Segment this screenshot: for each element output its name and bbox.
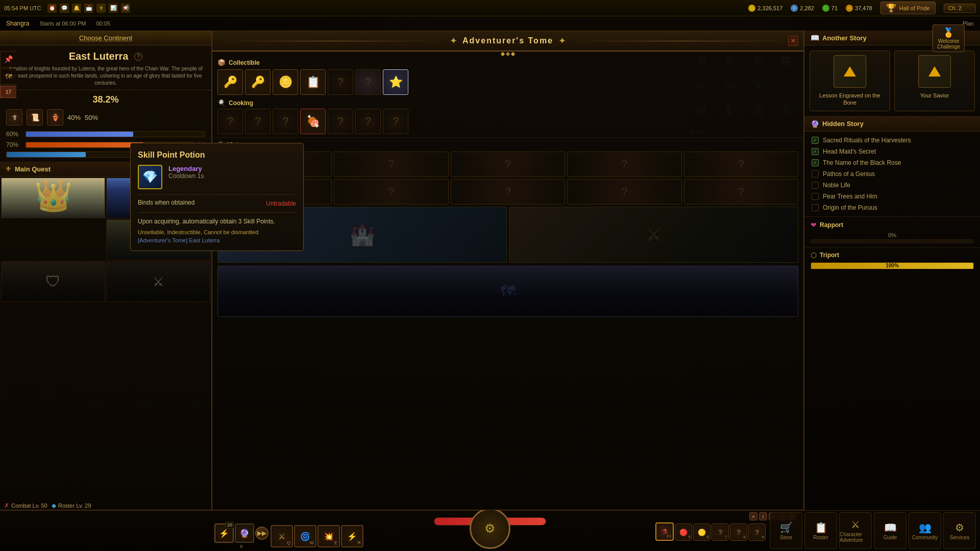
- cooking-slot-1[interactable]: ?: [217, 109, 243, 134]
- nav-services[interactable]: ⚙ Services: [943, 512, 976, 549]
- w-hotkey: W: [310, 540, 314, 545]
- cooking-slot-7[interactable]: ?: [383, 109, 408, 134]
- nav-store[interactable]: 🛒 Store: [770, 512, 802, 549]
- cooking-slot-4[interactable]: 🍖: [300, 109, 326, 134]
- collectible-slot-7[interactable]: ⭐: [383, 69, 408, 95]
- story-check-3: [812, 170, 819, 178]
- cooking-slot-2[interactable]: ?: [245, 109, 271, 134]
- welcome-challenge-badge[interactable]: 🏅 Welcome Challenge: [933, 24, 965, 52]
- nav-guide[interactable]: 📖 Guide: [874, 512, 906, 549]
- skill-num-5[interactable]: 🔴 5: [675, 523, 692, 541]
- tooltip-binds: Binds when obtained: [138, 199, 194, 206]
- hall-label: Hall of Pride: [899, 5, 930, 11]
- vista-slot-10[interactable]: ?: [684, 179, 798, 205]
- arrow-next[interactable]: ▶▶: [255, 527, 268, 540]
- skill-w[interactable]: 🌀 W: [294, 525, 316, 547]
- story-item-text-6: Origin of the Puruus: [823, 204, 877, 211]
- another-story-icon: 📖: [811, 34, 819, 42]
- skill-r[interactable]: ⚡ R: [341, 525, 363, 547]
- skill-num-8[interactable]: ? 8: [730, 523, 747, 541]
- collectible-slot-5[interactable]: ?: [328, 69, 353, 95]
- item-slot-2[interactable]: 📜: [27, 109, 43, 126]
- icon-3[interactable]: 🔔: [72, 4, 81, 13]
- tooltip-title: Skill Point Potion: [138, 151, 296, 160]
- skill-num-7[interactable]: ? 7: [712, 523, 729, 541]
- nav-character-adventure[interactable]: ⚔ Character Adventure: [839, 512, 872, 549]
- collectible-icon: 📦: [217, 59, 226, 66]
- story-item-3[interactable]: Pathos of a Genius: [804, 168, 980, 180]
- pct-50: 50%: [85, 114, 98, 121]
- vista-slot-9[interactable]: ?: [567, 179, 681, 205]
- combat-level-text: Combat Lv. 50: [11, 503, 47, 509]
- story-item-4[interactable]: Noble Life: [804, 180, 980, 191]
- icon-7[interactable]: 📢: [121, 4, 130, 13]
- tome-decoration: [212, 52, 803, 57]
- rapport-section: ❤ Rapport 0%: [804, 216, 980, 247]
- vista-slot-2[interactable]: ?: [334, 152, 448, 177]
- icon-1[interactable]: ⏰: [47, 4, 57, 13]
- collectible-slot-2[interactable]: 🔑: [245, 69, 271, 95]
- skill-num-6[interactable]: 🟡 6: [693, 523, 710, 541]
- quest-bar: Shangra Starts at 06:00 PM 00:05 Plan: [0, 16, 980, 31]
- story-card-1[interactable]: Lesson Engraved on the Bone: [810, 51, 890, 111]
- icon-5[interactable]: 🗡: [96, 4, 106, 13]
- vista-slot-3[interactable]: ?: [451, 152, 565, 177]
- story-item-1[interactable]: Head Maid's Secret: [804, 146, 980, 157]
- collectible-slot-4[interactable]: 📋: [300, 69, 326, 95]
- story-item-0[interactable]: Sacred Rituals of the Harvesters: [804, 135, 980, 146]
- tooltip-untradable: Untradable: [266, 200, 296, 207]
- blue-icon: B: [791, 5, 798, 12]
- action-wheel[interactable]: ⚙: [470, 508, 510, 549]
- story-item-text-1: Head Maid's Secret: [823, 148, 876, 155]
- hidden-story-icon: 🔮: [811, 120, 819, 128]
- east-luterra-header: East Luterra ? A nation of knights found…: [0, 45, 211, 90]
- wheel-icon: ⚙: [484, 521, 496, 536]
- icon-4[interactable]: 📩: [84, 4, 93, 13]
- hall-of-pride-button[interactable]: 🏆 Hall of Pride: [880, 2, 936, 14]
- story-item-2[interactable]: The Name of the Black Rose: [804, 157, 980, 168]
- icon-2[interactable]: 💬: [60, 4, 69, 13]
- story-item-text-3: Pathos of a Genius: [823, 170, 875, 178]
- collectible-slot-1[interactable]: 🔑: [217, 69, 243, 95]
- bottom-bar: ✗ Combat Lv. 50 ◆ Roster Lv. 29 ⚡ 20 🔮 ▶…: [0, 510, 980, 551]
- vista-slot-7[interactable]: ?: [334, 179, 448, 205]
- tooltip-item-row: 💎 Legendary Cooldown 1s: [138, 165, 296, 189]
- collectible-slot-3[interactable]: 🪙: [273, 69, 298, 95]
- item-slot-3[interactable]: 🏺: [47, 109, 63, 126]
- close-button[interactable]: ✕: [788, 36, 798, 46]
- skill-num-9[interactable]: ? 9: [748, 523, 766, 541]
- completion-container: 38.2%: [0, 90, 211, 109]
- nav-roster[interactable]: 📋 Roster: [804, 512, 837, 549]
- skill-special-2[interactable]: 🔮: [235, 523, 254, 543]
- cooking-slot-3[interactable]: ?: [273, 109, 298, 134]
- left-nav-icon-1[interactable]: 📌: [0, 51, 16, 67]
- icon-6[interactable]: 📊: [109, 4, 118, 13]
- info-icon[interactable]: ?: [134, 53, 142, 61]
- story-arrow-1: [844, 66, 856, 77]
- e-hotkey: E: [334, 540, 337, 545]
- item-slot-1[interactable]: 🗡: [6, 109, 22, 126]
- skill-special-1[interactable]: ⚡ 20: [214, 523, 234, 543]
- cooking-slot-5[interactable]: ?: [328, 109, 353, 134]
- nav-community[interactable]: 👥 Community: [909, 512, 941, 549]
- dot-a[interactable]: A: [749, 512, 757, 520]
- collectible-slot-6[interactable]: ?: [355, 69, 381, 95]
- left-nav-icon-2[interactable]: 🗺: [0, 68, 16, 85]
- store-label: Store: [780, 535, 792, 540]
- cooking-slot-6[interactable]: ?: [355, 109, 381, 134]
- skill-e[interactable]: 💥 E: [317, 525, 340, 547]
- vista-slot-8[interactable]: ?: [451, 179, 565, 205]
- story-item-5[interactable]: Pear Trees and Him: [804, 191, 980, 202]
- vista-slot-4[interactable]: ?: [567, 152, 681, 177]
- skill-q[interactable]: ⚔ Q: [271, 525, 293, 547]
- tooltip-rarity: Legendary: [168, 165, 296, 172]
- story-check-6: [812, 204, 819, 211]
- chapter-select[interactable]: Ch. 2.: [944, 4, 976, 13]
- vista-slot-5[interactable]: ?: [684, 152, 798, 177]
- story-card-2[interactable]: Your Savior: [894, 51, 975, 111]
- story-item-6[interactable]: Origin of the Puruus: [804, 202, 980, 213]
- skill-flask[interactable]: ⚗ F1: [655, 522, 674, 541]
- story-item-text-4: Noble Life: [823, 182, 850, 189]
- n6-hotkey: 6: [707, 535, 709, 539]
- choose-continent-label[interactable]: Choose Continent: [79, 34, 132, 42]
